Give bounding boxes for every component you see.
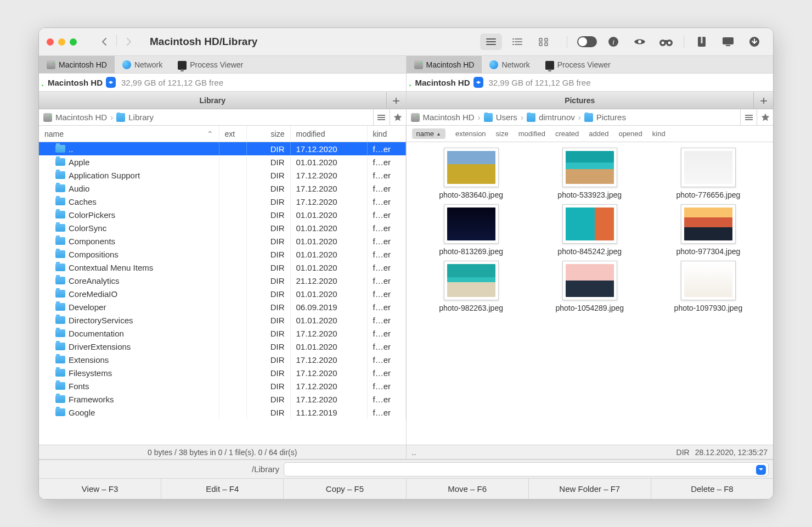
table-row[interactable]: CompositionsDIR01.01.2020f…er — [39, 248, 406, 261]
svg-rect-9 — [539, 38, 542, 41]
table-row[interactable]: ColorPickersDIR01.01.2020f…er — [39, 208, 406, 221]
path-input[interactable] — [284, 462, 769, 476]
thumbnail-item[interactable]: photo-533923.jpeg — [535, 148, 645, 200]
list-mode-icon[interactable] — [740, 109, 757, 126]
table-row[interactable]: GoogleDIR11.12.2019f…er — [39, 406, 406, 419]
thumbnail-item[interactable]: photo-1097930.jpeg — [653, 261, 763, 313]
nav-back-button[interactable] — [94, 35, 114, 48]
fn-button[interactable]: Delete – F8 — [651, 479, 773, 499]
drive-selector[interactable]: Macintosh HD — [44, 77, 116, 88]
file-size: DIR — [247, 169, 291, 182]
col-ext[interactable]: ext — [219, 126, 247, 142]
table-row[interactable]: FilesystemsDIR17.12.2020f…er — [39, 366, 406, 379]
breadcrumb-segment[interactable]: dimtrunov — [539, 113, 575, 122]
sort-chip-opened[interactable]: opened — [618, 130, 642, 138]
view-columns-button[interactable] — [506, 33, 528, 50]
table-row[interactable]: CoreAnalyticsDIR21.12.2020f…er — [39, 274, 406, 287]
nav-forward-button[interactable] — [119, 35, 139, 48]
table-row[interactable]: ..DIR17.12.2020f…er — [39, 142, 406, 155]
thumbnail-item[interactable]: photo-776656.jpeg — [653, 148, 763, 200]
thumbnail-item[interactable]: photo-813269.jpeg — [416, 204, 526, 256]
source-tab-process-viewer[interactable]: Process Viewer — [170, 56, 251, 73]
col-modified[interactable]: modified — [291, 126, 368, 142]
col-name[interactable]: name⌃ — [39, 126, 219, 142]
archive-icon[interactable] — [691, 33, 713, 50]
breadcrumb-segment[interactable]: Macintosh HD — [55, 113, 107, 122]
close-button[interactable] — [47, 38, 54, 46]
list-mode-icon[interactable] — [373, 109, 390, 126]
thumbnail-item[interactable]: photo-383640.jpeg — [416, 148, 526, 200]
breadcrumb[interactable]: Macintosh HD›Users›dimtrunov›Pictures — [407, 113, 741, 122]
table-row[interactable]: DocumentationDIR17.12.2020f…er — [39, 327, 406, 340]
fn-button[interactable]: Move – F6 — [407, 479, 529, 499]
table-row[interactable]: AppleDIR01.01.2020f…er — [39, 155, 406, 169]
file-kind: f…er — [368, 195, 406, 208]
view-icons-button[interactable] — [533, 33, 555, 50]
breadcrumb[interactable]: Macintosh HD›Library — [39, 113, 373, 122]
thumbnail-item[interactable]: photo-977304.jpeg — [653, 204, 763, 256]
hidden-files-toggle[interactable] — [576, 33, 598, 50]
download-icon[interactable] — [743, 33, 765, 50]
source-tab-macintosh-hd[interactable]: Macintosh HD — [407, 56, 482, 73]
add-tab-button[interactable]: ＋ — [753, 92, 773, 109]
fn-button[interactable]: Edit – F4 — [161, 479, 284, 499]
fn-button[interactable]: New Folder – F7 — [529, 479, 651, 499]
sort-chip-created[interactable]: created — [555, 130, 579, 138]
file-ext — [219, 169, 247, 182]
table-row[interactable]: CoreMediaIODIR01.01.2020f…er — [39, 287, 406, 300]
source-tab-label: Process Viewer — [190, 60, 243, 69]
table-row[interactable]: ComponentsDIR01.01.2020f…er — [39, 234, 406, 248]
source-tab-process-viewer[interactable]: Process Viewer — [538, 56, 618, 73]
file-modified: 17.12.2020 — [291, 169, 368, 182]
hdd-icon — [414, 60, 423, 69]
path-dropdown-icon[interactable] — [756, 465, 766, 475]
sort-chip-size[interactable]: size — [496, 130, 509, 138]
sort-chip-name[interactable]: name▲ — [412, 128, 446, 139]
table-row[interactable]: AudioDIR17.12.2020f…er — [39, 182, 406, 195]
table-row[interactable]: DeveloperDIR06.09.2019f…er — [39, 300, 406, 313]
col-size[interactable]: size — [247, 126, 291, 142]
thumbnail-item[interactable]: photo-1054289.jpeg — [535, 261, 645, 313]
col-kind[interactable]: kind — [368, 126, 406, 142]
thumbnail-item[interactable]: photo-982263.jpeg — [416, 261, 526, 313]
breadcrumb-segment[interactable]: Macintosh HD — [423, 113, 475, 122]
sort-chip-kind[interactable]: kind — [652, 130, 666, 138]
drive-selector[interactable]: Macintosh HD — [412, 77, 483, 88]
favorite-star-icon[interactable] — [390, 109, 406, 126]
table-row[interactable]: CachesDIR17.12.2020f…er — [39, 195, 406, 208]
breadcrumb-segment[interactable]: Users — [496, 113, 517, 122]
table-row[interactable]: FrameworksDIR17.12.2020f…er — [39, 393, 406, 406]
fn-button[interactable]: View – F3 — [39, 479, 161, 499]
view-list-button[interactable] — [480, 33, 502, 50]
binoculars-icon[interactable] — [655, 33, 677, 50]
breadcrumb-segment[interactable]: Library — [128, 113, 154, 122]
fn-button[interactable]: Copy – F5 — [284, 479, 406, 499]
breadcrumb-segment[interactable]: Pictures — [596, 113, 626, 122]
location-tab[interactable]: Library — [39, 92, 386, 109]
table-row[interactable]: ColorSyncDIR01.01.2020f…er — [39, 221, 406, 234]
thumbnail-item[interactable]: photo-845242.jpeg — [535, 204, 645, 256]
table-row[interactable]: Application SupportDIR17.12.2020f…er — [39, 169, 406, 182]
file-kind: f…er — [368, 261, 406, 274]
location-tab[interactable]: Pictures — [407, 92, 754, 109]
sort-chip-added[interactable]: added — [589, 130, 608, 138]
zoom-button[interactable] — [70, 38, 77, 46]
table-row[interactable]: Contextual Menu ItemsDIR01.01.2020f…er — [39, 261, 406, 274]
info-icon[interactable]: i — [602, 33, 624, 50]
favorite-star-icon[interactable] — [757, 109, 773, 126]
source-tab-macintosh-hd[interactable]: Macintosh HD — [39, 56, 115, 73]
screen-share-icon[interactable] — [717, 33, 739, 50]
file-kind: f…er — [368, 182, 406, 195]
sort-chip-extension[interactable]: extension — [455, 130, 486, 138]
table-row[interactable]: DriverExtensionsDIR01.01.2020f…er — [39, 340, 406, 353]
sort-chip-modified[interactable]: modified — [518, 130, 545, 138]
table-row[interactable]: DirectoryServicesDIR01.01.2020f…er — [39, 313, 406, 327]
quicklook-icon[interactable] — [629, 33, 651, 50]
source-tab-network[interactable]: Network — [482, 56, 537, 73]
table-row[interactable]: ExtensionsDIR17.12.2020f…er — [39, 353, 406, 366]
minimize-button[interactable] — [58, 38, 65, 46]
table-row[interactable]: FontsDIR17.12.2020f…er — [39, 379, 406, 393]
add-tab-button[interactable]: ＋ — [386, 92, 406, 109]
file-size: DIR — [247, 248, 291, 261]
source-tab-network[interactable]: Network — [115, 56, 170, 73]
